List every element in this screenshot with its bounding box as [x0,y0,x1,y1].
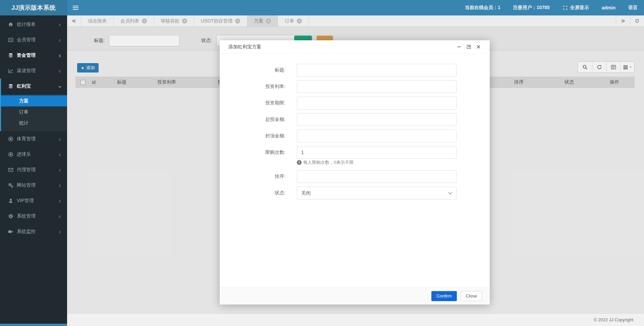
dialog-controls [457,44,481,49]
field-label-max-amount: 封顶金额: [220,133,289,139]
close-icon[interactable] [476,44,481,49]
minimize-icon[interactable] [457,44,462,49]
field-label-sort: 排序: [220,174,289,180]
close-button[interactable]: Close [461,291,482,301]
info-icon [297,160,302,165]
field-label-purchase-limit: 限购次数: [220,149,289,155]
maximize-icon[interactable] [466,44,471,49]
field-label-rate: 投资利率: [220,84,289,90]
dialog-footer: Confirm Close [220,287,490,305]
title-input[interactable] [297,64,457,77]
purchase-limit-input[interactable] [297,146,457,159]
purchase-limit-hint: 每人限购次数，0表示不限 [297,159,490,166]
field-label-status: 状态: [220,190,289,196]
dialog-titlebar: 添加红利宝方案 [220,40,490,54]
dialog-title: 添加红利宝方案 [228,44,261,50]
field-label-min-amount: 起投金额: [220,117,289,123]
add-bonus-plan-dialog: 添加红利宝方案 标题: 投资利率: 投资期限: 起投金额: [220,40,490,305]
app-root: JJ演示版本系统 当前在线会员：1 注册用户：10785 全屏显示 admin … [0,0,644,326]
status-select[interactable]: 关闭 [297,187,457,199]
field-label-term: 投资期限: [220,100,289,106]
min-amount-input[interactable] [297,113,457,126]
investment-term-input[interactable] [297,97,457,109]
status-select-wrap: 关闭 [297,187,457,199]
field-label-title: 标题: [220,67,289,73]
confirm-button[interactable]: Confirm [431,291,457,301]
max-amount-input[interactable] [297,130,457,142]
investment-rate-input[interactable] [297,80,457,93]
dialog-body: 标题: 投资利率: 投资期限: 起投金额: 封顶金额: 限购次数: [220,54,490,199]
sort-input[interactable] [297,170,457,183]
